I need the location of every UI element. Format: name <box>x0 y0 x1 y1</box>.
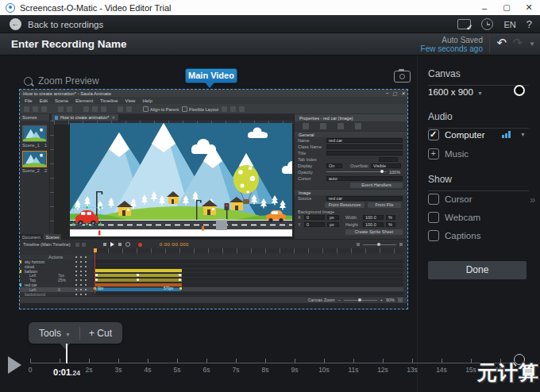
embedded-canvas-zoom-value: 90% <box>386 298 395 302</box>
computer-audio-checkbox[interactable] <box>428 129 439 140</box>
timeline-ruler[interactable] <box>30 363 515 363</box>
audio-section-label: Audio <box>428 111 529 129</box>
done-button[interactable]: Done <box>428 261 526 279</box>
close-button[interactable] <box>518 0 540 15</box>
embedded-field-overflow: Visible <box>371 163 401 168</box>
embedded-scenes-panel: Scenes Scene_11 Scene_22 <box>20 114 50 239</box>
main-video-preview[interactable]: How to create animation* - Saola Animate… <box>19 89 408 309</box>
snapshot-camera-icon[interactable] <box>394 71 411 83</box>
playhead[interactable] <box>66 344 68 363</box>
redo-button[interactable] <box>512 36 523 50</box>
embedded-properties-panel: Properties - red car (Image) General Nam… <box>294 114 407 239</box>
embedded-field-width: 100.0 <box>363 215 384 220</box>
embedded-field-y: 0 <box>304 222 325 227</box>
embedded-menu-view: View <box>125 98 136 103</box>
canvas-size-dropdown[interactable]: 1600 x 900▼ <box>428 87 483 97</box>
embedded-document-tab: How to create animation*✕ <box>52 114 118 121</box>
captions-checkbox[interactable] <box>428 230 439 241</box>
embedded-unit-height: % <box>386 222 395 227</box>
volume-level-icon <box>502 131 511 138</box>
window-title: Screencast-O-Matic - Video Editor Trial <box>20 3 172 13</box>
embedded-playhead-line <box>94 252 95 294</box>
embedded-scenes-title: Scenes <box>20 114 49 121</box>
back-button[interactable]: Back to recordings <box>10 18 103 30</box>
tick-label: 5s <box>165 366 189 374</box>
embedded-field-height: 100.0 <box>363 222 384 227</box>
undo-button[interactable] <box>496 36 507 50</box>
canvas-color-swatch[interactable] <box>514 85 525 96</box>
tick-label: 8s <box>253 366 277 374</box>
language-selector[interactable]: EN <box>503 20 515 29</box>
embedded-time-display: 0:00:00.000 <box>160 242 189 247</box>
embedded-ruler-vertical <box>50 121 54 239</box>
tick-label: 11s <box>341 366 365 374</box>
header: Enter Recording Name Auto Saved Few seco… <box>0 33 540 56</box>
computer-audio-label: Computer <box>445 130 485 140</box>
bubble-pointer <box>60 343 71 349</box>
embedded-recording: How to create animation* - Saola Animate… <box>20 90 407 309</box>
tools-dropdown[interactable]: Tools▼ <box>39 328 71 339</box>
cursor-checkbox[interactable] <box>428 194 439 205</box>
captions-label: Captions <box>445 231 480 240</box>
upload-status-icon[interactable] <box>457 19 471 29</box>
history-dropdown-icon[interactable] <box>529 40 535 48</box>
record-icon <box>6 3 15 13</box>
zoom-preview-control[interactable]: Zoom Preview <box>24 75 99 86</box>
cut-button[interactable]: + Cut <box>89 328 112 339</box>
tick-label: 12s <box>371 366 395 374</box>
history-icon[interactable] <box>481 18 493 30</box>
add-music-button[interactable] <box>428 148 439 159</box>
embedded-window-controls: –▢✕ <box>386 90 405 96</box>
embedded-menubar: File Edit Scene Element Timeline View He… <box>20 97 407 104</box>
embedded-sprite-button: Create Sprite Sheet <box>345 229 403 235</box>
embedded-timeline-title: Timeline (Main Timeline) <box>23 242 71 247</box>
tick-label: 0 <box>18 366 42 374</box>
embedded-scene-name-1: Scene_11 <box>22 143 47 148</box>
help-button[interactable]: ? <box>526 18 532 30</box>
navbar: Back to recordings EN ? <box>0 16 540 33</box>
webcam-checkbox[interactable] <box>428 212 439 223</box>
embedded-scene-thumb-1 <box>22 125 47 142</box>
cursor-label: Cursor <box>445 194 472 204</box>
panel-expander-icon[interactable] <box>530 194 535 206</box>
tick-label: 10s <box>312 366 336 374</box>
show-section-label: Show <box>428 174 529 191</box>
minimize-button[interactable] <box>473 0 496 15</box>
embedded-from-file-button: From File <box>368 202 401 208</box>
embedded-menu-file: File <box>25 98 33 103</box>
current-time-label: 0:01.24 <box>43 364 91 379</box>
embedded-toolbar: Align to Parent Flexible Layout <box>20 104 407 114</box>
embedded-field-x: 0 <box>304 215 325 220</box>
embedded-timeline-ruler <box>94 248 403 253</box>
webcam-label: Webcam <box>445 213 480 222</box>
tick-label: 4s <box>136 366 160 374</box>
embedded-record-dot <box>138 243 142 247</box>
embedded-scene-name-2: Scene_22 <box>22 168 47 173</box>
canvas-section-label: Canvas <box>428 68 529 86</box>
embedded-field-cursor: auto <box>326 176 403 181</box>
maximize-button[interactable] <box>496 0 518 15</box>
autosave-status: Auto Saved Few seconds ago <box>421 36 483 53</box>
page-title: Enter Recording Name <box>11 38 127 50</box>
watermark: 元计算 <box>477 359 539 386</box>
tick-label: 6s <box>195 366 218 374</box>
embedded-from-resources-button: From Resources <box>325 202 364 208</box>
zoom-preview-label: Zoom Preview <box>38 75 99 86</box>
embedded-field-display: On <box>326 163 342 168</box>
embedded-flexible-layout: Flexible Layout <box>182 106 218 112</box>
tick-label: 9s <box>283 366 307 374</box>
embedded-canvas-zoom-label: Canvas Zoom <box>307 298 334 302</box>
embedded-timeline: DocumentScenes Timeline (Main Timeline) … <box>20 239 407 296</box>
embedded-scene-thumb-2 <box>22 151 47 167</box>
embedded-unit-y: px <box>327 222 339 227</box>
chevron-down-icon: ▼ <box>65 332 71 337</box>
road <box>70 219 292 231</box>
embedded-field-title <box>326 151 403 156</box>
autosave-time: Few seconds ago <box>421 44 483 53</box>
embedded-section-general: General <box>295 131 407 137</box>
audio-dropdown-icon[interactable]: ▼ <box>520 132 526 137</box>
embedded-unit-width: % <box>386 215 395 220</box>
embedded-statusbar: Canvas Zoom –+ 90% <box>20 296 407 303</box>
tick-label: 7s <box>224 366 248 374</box>
embedded-event-handlers-button: Event Handlers <box>350 183 403 188</box>
